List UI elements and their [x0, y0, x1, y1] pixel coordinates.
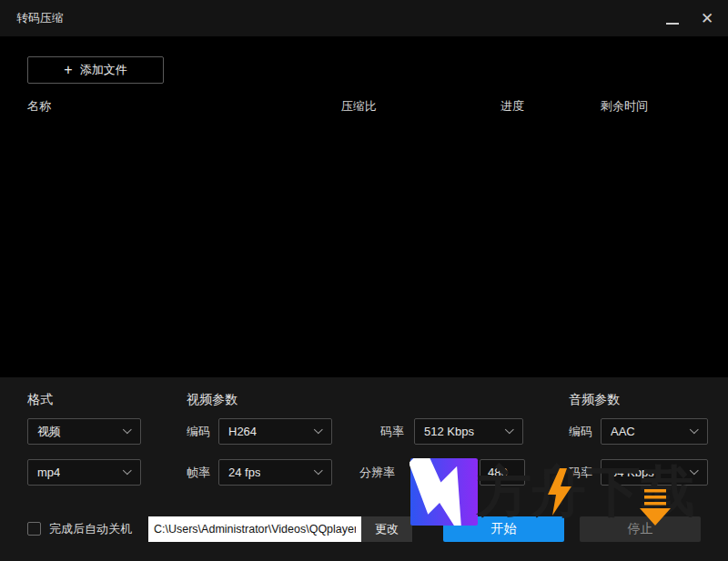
file-list-area: + 添加文件 名称 压缩比 进度 剩余时间: [0, 36, 728, 377]
chevron-down-icon: [314, 466, 323, 475]
plus-icon: +: [64, 62, 72, 78]
video-bitrate-select[interactable]: 512 Kbps: [414, 418, 523, 445]
resolution-label: 分辨率: [359, 459, 395, 486]
output-path-input[interactable]: [148, 516, 361, 542]
table-header-row: 名称 压缩比 进度 剩余时间: [0, 98, 728, 116]
format-type-select[interactable]: 视频: [27, 418, 141, 445]
video-encode-label: 编码: [187, 418, 210, 445]
stop-button[interactable]: 停止: [580, 516, 701, 542]
chevron-down-icon: [314, 425, 323, 434]
auto-shutdown-checkbox[interactable]: [27, 522, 41, 536]
chevron-down-icon: [690, 425, 699, 434]
audio-bitrate-select[interactable]: 64 Kbps: [601, 459, 708, 486]
close-icon: ✕: [701, 11, 713, 26]
audio-bitrate-label: 码率: [569, 459, 592, 486]
chevron-down-icon: [123, 425, 132, 434]
chevron-down-icon: [690, 466, 699, 475]
column-header-progress: 进度: [500, 98, 524, 115]
format-section-title: 格式: [27, 392, 53, 408]
column-header-compression: 压缩比: [341, 98, 377, 115]
change-path-button[interactable]: 更改: [361, 516, 412, 542]
add-file-button[interactable]: + 添加文件: [27, 56, 164, 84]
minimize-icon: [666, 23, 679, 25]
start-button[interactable]: 开始: [443, 516, 564, 542]
column-header-name: 名称: [27, 98, 51, 115]
audio-encode-label: 编码: [569, 418, 592, 445]
titlebar: 转码压缩 ✕: [0, 0, 728, 36]
resolution-width-input[interactable]: [414, 459, 470, 486]
video-section-title: 视频参数: [187, 392, 238, 408]
video-bitrate-label: 码率: [380, 418, 404, 445]
fps-select[interactable]: 24 fps: [218, 459, 332, 486]
audio-section-title: 音频参数: [569, 392, 620, 408]
chevron-down-icon: [505, 425, 514, 434]
window-title: 转码压缩: [16, 0, 64, 36]
transcode-window: 转码压缩 ✕ + 添加文件 名称 压缩比 进度 剩余时间 格式 视频参数 音频参…: [0, 0, 728, 561]
add-file-label: 添加文件: [80, 62, 127, 78]
video-encode-select[interactable]: H264: [218, 418, 332, 445]
chevron-down-icon: [123, 466, 132, 475]
auto-shutdown-label: 完成后自动关机: [49, 516, 132, 542]
audio-encode-select[interactable]: AAC: [601, 418, 708, 445]
resolution-height-input[interactable]: [480, 459, 525, 486]
column-header-remaining: 剩余时间: [601, 98, 648, 115]
container-format-select[interactable]: mp4: [27, 459, 141, 486]
minimize-button[interactable]: [657, 0, 688, 36]
fps-label: 帧率: [187, 459, 210, 486]
close-button[interactable]: ✕: [692, 0, 723, 36]
settings-panel: 格式 视频参数 音频参数 视频 编码 H264 码率 512 Kbps 编码 A…: [0, 377, 728, 561]
